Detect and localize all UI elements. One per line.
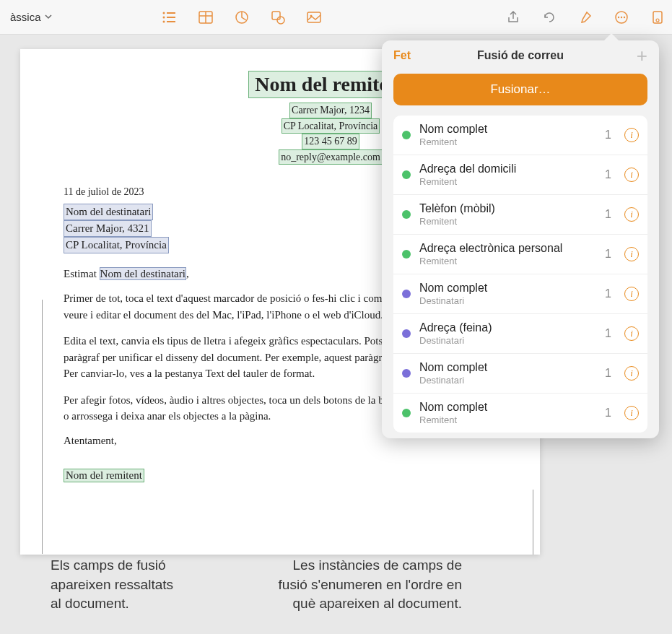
- merge-field-row[interactable]: Adreça (feina)Destinatari1i: [393, 314, 647, 354]
- merge-field-row[interactable]: Nom completDestinatari1i: [393, 274, 647, 314]
- info-icon[interactable]: i: [624, 168, 639, 182]
- merge-field-row[interactable]: Adreça del domiciliRemitent1i: [393, 155, 647, 195]
- toolbar: àssica: [0, 0, 672, 35]
- field-text: Nom completDestinatari: [419, 282, 596, 306]
- merge-field-sender-city[interactable]: CP Localitat, Província: [282, 118, 380, 134]
- field-text: Nom completRemitent: [419, 123, 596, 147]
- info-icon[interactable]: i: [624, 287, 639, 301]
- document-settings-icon[interactable]: [649, 9, 666, 26]
- field-color-dot: [402, 409, 411, 417]
- merge-field-row[interactable]: Telèfon (mòbil)Remitent1i: [393, 195, 647, 235]
- info-icon[interactable]: i: [624, 247, 639, 261]
- add-field-button[interactable]: +: [637, 50, 647, 61]
- field-count: 1: [605, 168, 611, 181]
- merge-field-salutation-name[interactable]: Nom del destinatari: [100, 267, 186, 280]
- field-name-label: Nom complet: [419, 123, 596, 136]
- callout-line-left: [42, 300, 43, 554]
- svg-rect-10: [272, 12, 280, 19]
- svg-point-2: [162, 16, 165, 18]
- merge-button[interactable]: Fusionar…: [393, 74, 647, 105]
- field-color-dot: [402, 329, 411, 338]
- svg-point-17: [624, 16, 625, 17]
- info-icon[interactable]: i: [624, 406, 639, 420]
- popover-title: Fusió de correu: [382, 49, 659, 62]
- info-icon[interactable]: i: [624, 326, 639, 341]
- field-sub-label: Remitent: [419, 256, 596, 266]
- chart-icon[interactable]: [233, 9, 250, 26]
- svg-point-4: [162, 20, 165, 22]
- callout-left: Els camps de fusió apareixen ressaltats …: [51, 556, 180, 614]
- field-count: 1: [605, 287, 611, 300]
- field-text: Nom completDestinatari: [419, 361, 596, 386]
- svg-rect-5: [167, 21, 175, 22]
- merge-field-sender-footer[interactable]: Nom del remitent: [64, 469, 144, 482]
- merge-field-row[interactable]: Adreça electrònica personalRemitent1i: [393, 235, 647, 274]
- field-sub-label: Remitent: [419, 136, 596, 147]
- popover-header: Fet Fusió de correu +: [382, 40, 659, 68]
- toolbar-left: àssica: [6, 8, 57, 26]
- info-icon[interactable]: i: [624, 366, 639, 381]
- field-count: 1: [605, 248, 611, 261]
- field-count: 1: [605, 129, 611, 142]
- field-name-label: Adreça (feina): [419, 321, 596, 334]
- mail-merge-popover: Fet Fusió de correu + Fusionar… Nom comp…: [382, 40, 659, 438]
- merge-field-sender-email[interactable]: no_reply@example.com: [279, 149, 383, 165]
- toolbar-center-icons: [161, 9, 323, 26]
- style-label: àssica: [10, 11, 41, 23]
- field-sub-label: Remitent: [419, 414, 596, 425]
- merge-field-row[interactable]: Nom completDestinatari1i: [393, 354, 647, 394]
- merge-field-row[interactable]: Nom completRemitent1i: [393, 394, 647, 433]
- media-icon[interactable]: [305, 9, 323, 26]
- svg-point-0: [162, 12, 165, 14]
- paragraph-style-dropdown[interactable]: àssica: [6, 8, 57, 26]
- info-icon[interactable]: i: [624, 128, 639, 142]
- field-name-label: Nom complet: [419, 361, 596, 374]
- callout-right: Les instàncies de camps de fusió s'enume…: [267, 556, 462, 614]
- list-icon[interactable]: [161, 9, 178, 26]
- field-name-label: Telèfon (mòbil): [419, 202, 596, 215]
- field-text: Telèfon (mòbil)Remitent: [419, 202, 596, 227]
- merge-field-recipient-city[interactable]: CP Localitat, Província: [64, 237, 169, 253]
- field-count: 1: [605, 367, 611, 380]
- more-icon[interactable]: [613, 9, 630, 26]
- merge-field-row[interactable]: Nom completRemitent1i: [393, 116, 647, 155]
- toolbar-right-icons: [505, 9, 666, 26]
- svg-point-19: [656, 19, 659, 22]
- salutation-prefix: Estimat: [64, 268, 100, 279]
- field-color-dot: [402, 210, 411, 219]
- format-brush-icon[interactable]: [577, 9, 594, 26]
- field-count: 1: [605, 208, 611, 221]
- svg-point-11: [277, 17, 284, 24]
- chevron-down-icon: [44, 11, 53, 23]
- merge-field-sender-phone[interactable]: 123 45 67 89: [302, 134, 359, 149]
- field-name-label: Nom complet: [419, 282, 596, 295]
- merge-field-recipient-name[interactable]: Nom del destinatari: [64, 204, 153, 220]
- field-name-label: Adreça del domicili: [419, 162, 596, 175]
- field-sub-label: Remitent: [419, 216, 596, 227]
- merge-field-list: Nom completRemitent1iAdreça del domicili…: [393, 116, 647, 433]
- field-color-dot: [402, 290, 411, 298]
- callout-line-right: [533, 490, 533, 555]
- field-sub-label: Destinatari: [419, 375, 596, 386]
- merge-field-sender-street[interactable]: Carrer Major, 1234: [289, 103, 372, 118]
- svg-rect-3: [167, 17, 175, 18]
- field-text: Nom completRemitent: [419, 401, 596, 425]
- undo-icon[interactable]: [541, 9, 558, 26]
- shape-icon[interactable]: [269, 9, 287, 26]
- field-name-label: Nom complet: [419, 401, 596, 414]
- svg-point-16: [621, 16, 622, 17]
- field-sub-label: Destinatari: [419, 295, 596, 306]
- field-sub-label: Destinatari: [419, 335, 596, 346]
- share-icon[interactable]: [505, 9, 522, 26]
- field-color-dot: [402, 250, 411, 259]
- field-sub-label: Remitent: [419, 176, 596, 187]
- field-text: Adreça del domiciliRemitent: [419, 162, 596, 187]
- merge-field-recipient-street[interactable]: Carrer Major, 4321: [64, 220, 152, 237]
- info-icon[interactable]: i: [624, 207, 639, 222]
- svg-rect-1: [167, 12, 175, 14]
- table-icon[interactable]: [197, 9, 214, 26]
- field-count: 1: [605, 407, 611, 420]
- done-button[interactable]: Fet: [393, 49, 411, 62]
- field-count: 1: [605, 327, 611, 340]
- field-text: Adreça electrònica personalRemitent: [419, 242, 596, 266]
